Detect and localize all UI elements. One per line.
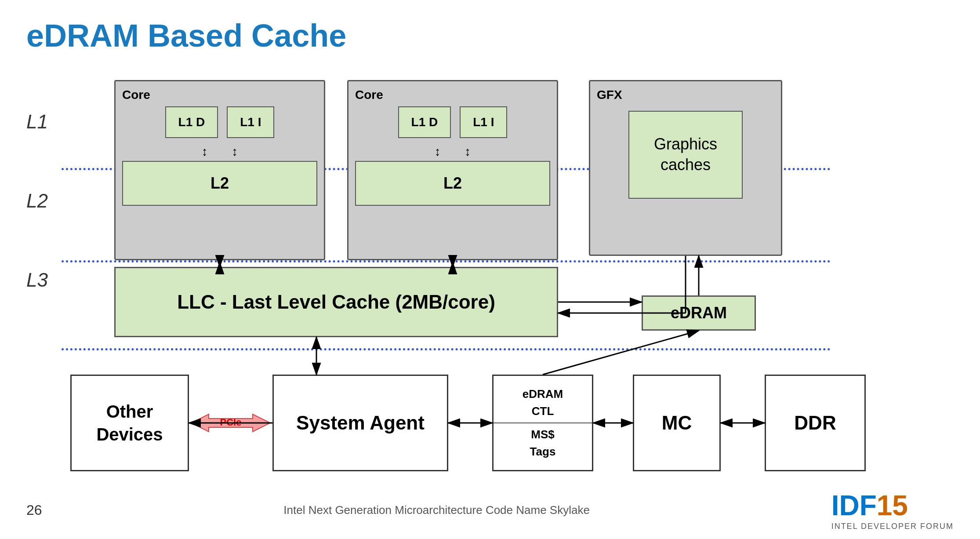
system-agent-box: System Agent [272,375,448,471]
svg-line-10 [543,331,699,375]
core2-label: Core [355,88,550,102]
core-box-2: Core L1 D L1 I ↕ ↕ L2 [347,80,558,260]
gfx-label: GFX [597,88,774,102]
graphics-caches-chip: Graphicscaches [628,111,743,199]
core1-l1d-chip: L1 D [165,106,218,138]
diagram-area: L1 L2 L3 Core L1 D L1 I ↕ ↕ L2 Core L1 D… [26,67,954,498]
core2-l1-chips: L1 D L1 I [355,106,550,138]
footer-text: Intel Next Generation Microarchitecture … [283,503,590,517]
edram-ctl-label: eDRAMCTL [523,386,563,420]
mc-box: MC [633,375,721,471]
core-box-1: Core L1 D L1 I ↕ ↕ L2 [114,80,325,260]
core1-l1-chips: L1 D L1 I [122,106,317,138]
mc-label: MC [662,412,692,434]
page-title: eDRAM Based Cache [26,18,954,54]
edram-box: eDRAM [642,295,756,331]
gfx-box: GFX Graphicscaches [589,80,782,256]
pcie-text: PCIe [220,417,242,428]
footer-page-number: 26 [26,502,42,518]
core1-l1i-chip: L1 I [227,106,274,138]
core2-l1i-chip: L1 I [460,106,507,138]
pcie-arrow-area: PCIe [191,412,270,434]
footer: 26 Intel Next Generation Microarchitectu… [26,489,954,531]
label-l2: L2 [26,190,48,212]
llc-label: LLC - Last Level Cache (2MB/core) [177,291,495,313]
core1-label: Core [122,88,317,102]
ddr-box: DDR [765,375,866,471]
graphics-caches-text: Graphicscaches [654,134,717,175]
system-agent-label: System Agent [296,412,425,434]
footer-logo: IDF15 INTEL DEVELOPER FORUM [831,489,954,531]
other-devices-label: OtherDevices [96,400,163,446]
ms-tags-label: MS$Tags [530,426,556,460]
slide: eDRAM Based Cache L1 L2 L3 Core L1 D L1 … [0,0,980,539]
logo-idf-text: IDF15 [831,490,908,521]
idf-logo: IDF15 INTEL DEVELOPER FORUM [831,489,954,531]
dotted-line-l2 [62,260,831,262]
llc-box: LLC - Last Level Cache (2MB/core) [114,267,558,337]
core1-l2-chip: L2 [122,161,317,206]
core1-arrow-ud: ↕ ↕ [122,145,317,159]
dotted-line-l3 [62,348,831,350]
other-devices-box: OtherDevices [70,375,189,471]
pcie-arrow-svg: PCIe [191,410,270,436]
edram-ctl-box: eDRAMCTL MS$Tags [492,375,593,471]
logo-sub-text: INTEL DEVELOPER FORUM [831,522,954,531]
label-l1: L1 [26,111,48,133]
ddr-label: DDR [794,412,836,434]
core2-l1d-chip: L1 D [398,106,451,138]
core2-arrow-ud: ↕ ↕ [355,145,550,159]
label-l3: L3 [26,269,48,291]
core2-l2-chip: L2 [355,161,550,206]
edram-label: eDRAM [671,304,727,322]
